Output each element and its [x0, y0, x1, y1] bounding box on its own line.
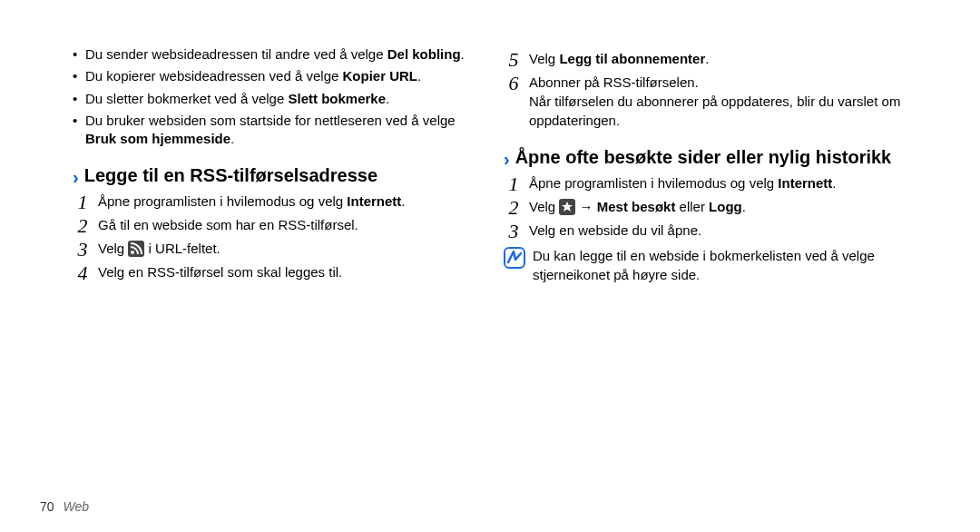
step-item: 4 Velg en RSS-tilførsel som skal legges … — [73, 262, 485, 282]
bullet-item: Du sender websideadressen til andre ved … — [73, 45, 485, 64]
bold-term: Logg — [709, 199, 742, 214]
text: Du kopierer websideadressen ved å velge — [85, 68, 343, 84]
chevron-icon: › — [73, 168, 79, 186]
text: Du sletter bokmerket ved å velge — [85, 91, 288, 106]
step-number: 3 — [73, 240, 93, 260]
step-number: 3 — [504, 222, 524, 241]
svg-point-1 — [131, 251, 134, 254]
text: . — [461, 46, 465, 62]
text: . — [742, 199, 746, 214]
text: Abonner på RSS-tilførselen. — [529, 74, 699, 90]
text: Åpne programlisten i hvilemodus og velg — [98, 193, 347, 209]
bold-term: Del kobling — [387, 46, 461, 62]
step-item: 1 Åpne programlisten i hvilemodus og vel… — [504, 173, 916, 193]
text: Du sender websideadressen til andre ved … — [85, 46, 387, 62]
note-icon — [504, 247, 525, 269]
bullet-item: Du bruker websiden som startside for net… — [73, 112, 485, 149]
footer-section: Web — [63, 499, 89, 514]
text: . — [401, 193, 405, 209]
step-text: Velg en RSS-tilførsel som skal legges ti… — [98, 262, 485, 281]
text: → — [580, 199, 597, 214]
step-item: 3 Velg en webside du vil åpne. — [504, 221, 916, 241]
bullet-list: Du sender websideadressen til andre ved … — [73, 45, 485, 148]
rss-icon — [128, 241, 144, 257]
text: . — [705, 51, 709, 66]
section-header: › Legge til en RSS-tilførselsadresse — [73, 164, 485, 186]
step-text: Velg en webside du vil åpne. — [529, 221, 916, 240]
bold-term: Mest besøkt — [597, 199, 676, 214]
text: . — [832, 175, 836, 191]
bold-term: Bruk som hjemmeside — [85, 131, 230, 146]
step-text: Velg i URL-feltet. — [98, 239, 485, 258]
note-block: Du kan legge til en webside i bokmerkeli… — [504, 246, 916, 284]
step-number: 4 — [73, 263, 93, 283]
step-number: 1 — [504, 174, 524, 194]
page: Du sender websideadressen til andre ved … — [0, 0, 980, 532]
text: Du bruker websiden som startside for net… — [85, 113, 456, 128]
bold-term: Internett — [778, 175, 832, 191]
text: . — [386, 91, 389, 106]
step-text: Abonner på RSS-tilførselen. Når tilførse… — [529, 73, 916, 130]
text: Åpne programlisten i hvilemodus og velg — [529, 175, 778, 191]
step-text: Åpne programlisten i hvilemodus og velg … — [98, 192, 485, 211]
step-item: 1 Åpne programlisten i hvilemodus og vel… — [73, 192, 485, 212]
section-title: Åpne ofte besøkte sider eller nylig hist… — [515, 146, 892, 168]
step-text: Åpne programlisten i hvilemodus og velg … — [529, 173, 916, 192]
text: Velg — [529, 51, 559, 66]
bookmark-star-icon — [559, 199, 575, 215]
step-item: 2 Gå til en webside som har en RSS-tilfø… — [73, 215, 485, 235]
step-text: Gå til en webside som har en RSS-tilførs… — [98, 215, 485, 234]
chevron-icon: › — [504, 150, 510, 168]
text: Velg — [529, 199, 559, 214]
bold-term: Slett bokmerke — [288, 91, 386, 106]
page-footer: 70 Web — [40, 499, 89, 514]
section-title: Legge til en RSS-tilførselsadresse — [84, 164, 377, 186]
text: . — [417, 68, 421, 84]
right-column: 5 Velg Legg til abonnementer. 6 Abonner … — [504, 45, 935, 514]
bold-term: Legg til abonnementer — [559, 51, 705, 66]
step-text: Velg → Mest besøkt eller Logg. — [529, 197, 916, 216]
section-header: › Åpne ofte besøkte sider eller nylig hi… — [504, 146, 916, 168]
step-number: 2 — [73, 216, 93, 236]
step-list: 1 Åpne programlisten i hvilemodus og vel… — [73, 192, 485, 282]
step-item: 3 Velg i URL-feltet. — [73, 239, 485, 259]
bullet-item: Du sletter bokmerket ved å velge Slett b… — [73, 90, 485, 108]
step-number: 1 — [73, 192, 93, 212]
text: Når tilførselen du abonnerer på oppdater… — [529, 94, 900, 128]
bold-term: Internett — [347, 193, 401, 209]
step-text: Velg Legg til abonnementer. — [529, 49, 916, 68]
step-item: 6 Abonner på RSS-tilførselen. Når tilfør… — [504, 73, 916, 130]
step-list: 5 Velg Legg til abonnementer. 6 Abonner … — [504, 49, 916, 130]
bullet-item: Du kopierer websideadressen ved å velge … — [73, 67, 485, 85]
step-number: 5 — [504, 50, 524, 70]
text: eller — [675, 199, 709, 214]
text: . — [230, 131, 234, 146]
step-number: 2 — [504, 198, 524, 218]
page-number: 70 — [40, 499, 54, 514]
text: Velg — [98, 241, 128, 256]
step-item: 2 Velg → Mest besøkt eller Logg. — [504, 197, 916, 217]
note-text: Du kan legge til en webside i bokmerkeli… — [533, 246, 916, 284]
step-number: 6 — [504, 74, 524, 94]
left-column: Du sender websideadressen til andre ved … — [73, 45, 504, 514]
step-item: 5 Velg Legg til abonnementer. — [504, 49, 916, 69]
bold-term: Kopier URL — [343, 68, 418, 84]
step-list: 1 Åpne programlisten i hvilemodus og vel… — [504, 173, 916, 241]
text: i URL-feltet. — [149, 241, 220, 256]
